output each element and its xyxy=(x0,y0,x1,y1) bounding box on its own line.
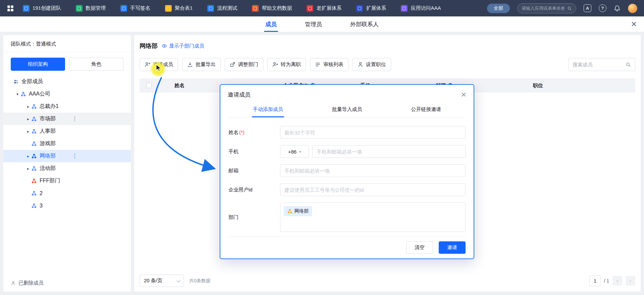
invite-button[interactable]: 邀请 xyxy=(439,241,466,254)
app-search-input[interactable] xyxy=(522,6,565,11)
caret-right-icon[interactable] xyxy=(25,166,32,171)
app-search-box[interactable] xyxy=(517,3,576,13)
tree-item-all-members[interactable]: 全部成员 xyxy=(3,75,131,88)
invite-member-button[interactable]: 邀请成员 xyxy=(140,58,178,71)
download-icon xyxy=(187,62,193,67)
search-icon xyxy=(567,6,572,11)
tree-item-label: 网络部 xyxy=(40,153,56,160)
role-button[interactable]: 角色 xyxy=(69,58,123,71)
modal-tabs: 手动添加成员 批量导入成员 公开链接邀请 xyxy=(228,103,466,117)
tree-item-fff-dept[interactable]: FFF部门 xyxy=(3,175,131,187)
country-code-select[interactable]: +86 xyxy=(280,145,309,158)
tab-label: 成员 xyxy=(265,20,277,28)
close-icon[interactable] xyxy=(631,16,637,32)
field-label: 手机 xyxy=(228,149,238,154)
org-tree: 全部成员 AAA公司 总裁办1 市场部 xyxy=(3,75,131,212)
nav-app-create-team[interactable]: 191创建团队 xyxy=(23,5,61,12)
tab-public-link[interactable]: 公开链接邀请 xyxy=(409,103,443,117)
name-input[interactable] xyxy=(280,126,466,139)
tree-item-market-dept[interactable]: 市场部 xyxy=(3,113,131,125)
required-mark: (*) xyxy=(239,129,245,135)
nav-app-extension[interactable]: 扩展体系 xyxy=(356,5,386,12)
tree-item-president-office[interactable]: 总裁办1 xyxy=(3,100,131,113)
current-page-box[interactable]: 1 xyxy=(589,275,600,286)
select-all-checkbox[interactable] xyxy=(146,83,152,88)
language-icon[interactable] xyxy=(584,4,591,12)
nav-app-app-access[interactable]: 应用访问AAA xyxy=(401,5,441,12)
nav-right-group: 全部 xyxy=(487,3,637,13)
notification-bell-icon[interactable] xyxy=(614,5,621,12)
tree-item-label: FFF部门 xyxy=(40,177,60,184)
department-label: 部门 xyxy=(228,214,280,221)
name-label: 姓名(*) xyxy=(228,129,280,136)
tree-item-label: 活动部 xyxy=(40,165,56,172)
tab-members[interactable]: 成员 xyxy=(265,16,277,32)
modal-form: 姓名(*) 手机 +86 邮箱 企业用户id 部门 xyxy=(220,117,474,232)
more-menu-icon[interactable] xyxy=(72,150,77,162)
person-badge-icon xyxy=(358,62,363,67)
nav-app-old-extension[interactable]: 老扩展体系 xyxy=(307,5,341,12)
tab-admins[interactable]: 管理员 xyxy=(305,16,322,32)
close-icon[interactable] xyxy=(461,90,466,99)
tree-item-hr-dept[interactable]: 人事部 xyxy=(3,125,131,137)
nav-app-help-docs[interactable]: 帮助文档数据 xyxy=(252,5,292,12)
member-search-input[interactable] xyxy=(573,62,623,67)
user-avatar[interactable] xyxy=(628,4,637,13)
column-label: 职位 xyxy=(533,82,543,89)
tab-manual-add[interactable]: 手动添加成员 xyxy=(251,103,285,117)
show-sub-dept-link[interactable]: 显示子部门成员 xyxy=(162,43,204,49)
nav-app-handwritten-signature[interactable]: 手写签名 xyxy=(120,5,150,12)
org-structure-button[interactable]: 组织架构 xyxy=(11,58,65,71)
nav-app-data-management[interactable]: 数据管理 xyxy=(76,5,106,12)
tree-item-game-dept[interactable]: 游戏部 xyxy=(3,137,131,150)
phone-input[interactable] xyxy=(312,145,466,158)
app-label: 数据管理 xyxy=(86,5,106,11)
caret-right-icon[interactable] xyxy=(25,154,32,159)
app-label: 手写签名 xyxy=(130,5,150,11)
org-icon xyxy=(21,92,26,97)
tree-item-network-dept[interactable]: 网络部 xyxy=(3,150,131,162)
caret-right-icon[interactable] xyxy=(25,104,32,109)
batch-export-button[interactable]: 批量导出 xyxy=(182,58,221,71)
all-apps-pill[interactable]: 全部 xyxy=(487,4,510,13)
tab-batch-import[interactable]: 批量导入成员 xyxy=(330,103,364,117)
help-icon[interactable] xyxy=(599,4,606,12)
user-id-input[interactable] xyxy=(280,183,466,196)
tree-item-aaa-company[interactable]: AAA公司 xyxy=(3,88,131,100)
caret-right-icon[interactable] xyxy=(25,117,32,121)
org-icon xyxy=(32,154,37,159)
next-page-button[interactable] xyxy=(626,276,635,286)
set-resigned-button[interactable]: 转为离职 xyxy=(267,58,306,71)
caret-down-icon[interactable] xyxy=(14,92,21,97)
app-label: 帮助文档数据 xyxy=(262,5,292,11)
tree-item-2[interactable]: 2 xyxy=(3,187,131,199)
person-icon xyxy=(11,281,16,286)
deleted-members-link[interactable]: 已删除成员 xyxy=(11,280,44,286)
caret-right-icon[interactable] xyxy=(25,129,32,134)
department-box[interactable]: 网络部 xyxy=(280,202,466,232)
form-row-name: 姓名(*) xyxy=(228,126,466,139)
nav-app-flow-test[interactable]: 流程测试 xyxy=(207,5,237,12)
tree-item-3[interactable]: 3 xyxy=(3,199,131,212)
page-size-select[interactable]: 20 条/页 xyxy=(140,275,184,287)
review-list-button[interactable]: 审核列表 xyxy=(310,58,348,71)
button-label: 设置职位 xyxy=(366,61,386,68)
nav-app-aggregate-table[interactable]: 聚合表1 xyxy=(165,5,193,12)
tab-external-contacts[interactable]: 外部联系人 xyxy=(350,16,379,32)
form-row-department: 部门 网络部 xyxy=(228,202,466,232)
app-launcher-icon[interactable] xyxy=(7,5,14,12)
member-search-box[interactable] xyxy=(568,58,635,71)
adjust-department-button[interactable]: 调整部门 xyxy=(225,58,263,71)
caret-down-icon xyxy=(299,150,301,154)
prev-page-button[interactable] xyxy=(612,276,622,286)
tab-label: 手动添加成员 xyxy=(253,106,283,112)
tree-item-activity-dept[interactable]: 活动部 xyxy=(3,162,131,175)
clear-button[interactable]: 清空 xyxy=(406,241,433,254)
app-label: 聚合表1 xyxy=(175,5,193,11)
department-tag[interactable]: 网络部 xyxy=(284,206,312,216)
more-menu-icon[interactable] xyxy=(72,113,77,125)
pagination-bar: 20 条/页 共0条数据 1 / 1 xyxy=(140,275,635,287)
email-input[interactable] xyxy=(280,164,466,177)
pager: 1 / 1 xyxy=(589,275,635,286)
set-position-button[interactable]: 设置职位 xyxy=(353,58,391,71)
